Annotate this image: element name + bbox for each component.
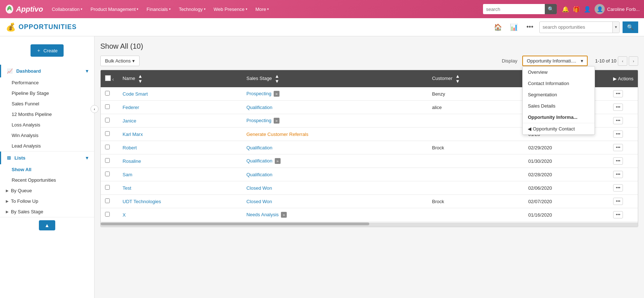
table-row: SamQualification02/28/2020••• [101,168,638,181]
user-name: Caroline Forb... [607,7,640,12]
sidebar-item-to-follow-up[interactable]: ▶ To Follow Up [0,196,94,206]
row-checkbox[interactable] [105,145,110,149]
more-options-icon[interactable]: ••• [523,21,536,34]
sidebar-toggle-button[interactable]: ‹ [90,105,98,113]
row-checkbox[interactable] [105,185,110,190]
scroll-top-button[interactable]: ▲ [39,220,56,230]
user-area[interactable]: 👤 Caroline Forb... [595,4,640,14]
display-option-segmentation[interactable]: Segmentation [523,89,595,100]
row-checkbox[interactable] [105,198,110,203]
row-name[interactable]: Federer [118,101,242,114]
sidebar-item-lead-analysis[interactable]: Lead Analysis [0,141,94,151]
row-checkbox[interactable] [105,118,110,122]
row-checkbox[interactable] [105,131,110,136]
notification-bell-icon[interactable]: 🔔 [562,6,569,13]
row-actions-button[interactable]: ••• [613,144,623,151]
stage-expand-btn[interactable]: » [274,118,279,124]
stage-expand-btn[interactable]: » [275,158,281,164]
search-opp-submit-btn[interactable]: 🔍 [623,21,638,33]
row-name[interactable]: Code Smart [118,87,242,101]
row-actions-cell: ••• [609,168,638,181]
global-search-input[interactable] [483,7,545,12]
row-actions-button[interactable]: ••• [613,171,623,178]
sidebar-item-12-months-pipeline[interactable]: 12 Months Pipeline [0,109,94,120]
select-all-checkbox[interactable] [105,75,111,81]
nav-item-web-presence[interactable]: Web Presence ▾ [211,7,250,12]
row-name[interactable]: Test [118,181,242,195]
row-name[interactable]: X [118,208,242,222]
pagination-next-button[interactable]: › [629,56,638,66]
sidebar-lists-header[interactable]: ⊞ Lists ▾ [0,152,94,164]
stage-expand-btn[interactable]: » [274,91,279,97]
sidebar-item-pipeline-by-stage[interactable]: Pipeline By Stage [0,88,94,98]
row-name[interactable]: Sam [118,168,242,181]
search-opp-dropdown-btn[interactable]: ▾ [612,21,619,33]
row-actions-button[interactable]: ••• [613,104,623,111]
row-actions-button[interactable]: ••• [613,211,623,218]
global-search-button[interactable]: 🔍 [545,4,557,14]
nav-item-technology[interactable]: Technology ▾ [176,7,209,12]
row-stage: Prospecting» [242,87,428,101]
row-checkbox[interactable] [105,172,110,176]
row-checkbox[interactable] [105,212,110,217]
search-opportunities: ▾ [539,21,620,33]
create-button[interactable]: ＋ Create [31,44,63,57]
contact-icon[interactable]: 👤 [584,6,591,13]
logo[interactable]: Apptivo [4,4,43,14]
search-opportunities-input[interactable] [540,24,612,30]
row-name[interactable]: Rosaline [118,154,242,168]
th-name[interactable]: Name ▲▼ [118,70,242,87]
sidebar-dashboard-header[interactable]: 📈 Dashboard ▾ [0,65,94,77]
home-icon[interactable]: 🏠 [491,21,504,34]
row-actions-cell: ••• [609,181,638,195]
row-actions-button[interactable]: ••• [613,184,623,192]
nav-item-financials[interactable]: Financials ▾ [144,7,174,12]
display-option-opportunity-informa[interactable]: Opportunity Informa... [523,112,595,123]
row-name[interactable]: UDT Technologies [118,195,242,208]
stage-expand-btn[interactable]: » [281,212,287,218]
gift-icon[interactable]: 🎁 [573,6,580,13]
col-prev-icon[interactable]: ‹ [112,76,114,82]
row-checkbox[interactable] [105,91,110,96]
sidebar-item-by-sales-stage[interactable]: ▶ By Sales Stage [0,206,94,217]
sidebar-item-loss-analysis[interactable]: Loss Analysis [0,120,94,130]
chart-icon[interactable]: 📊 [507,21,520,34]
display-option-sales-details[interactable]: Sales Details [523,100,595,112]
row-name[interactable]: Robert [118,141,242,154]
row-actions-button[interactable]: ••• [613,117,623,124]
row-actions-button[interactable]: ••• [613,157,623,165]
row-actions-button[interactable]: ••• [613,130,623,138]
row-actions-button[interactable]: ••• [613,198,623,205]
more-caret-icon: ▾ [267,7,269,11]
th-sales-stage[interactable]: Sales Stage ▲▼ [242,70,428,87]
display-option-contact-information[interactable]: Contact Information [523,78,595,89]
display-option-overview[interactable]: Overview [523,67,595,78]
row-checkbox[interactable] [105,158,110,163]
pagination-prev-button[interactable]: ‹ [618,56,627,66]
display-select-button[interactable]: Opportunity Informati.... ▾ [522,56,588,66]
actions-caret-icon: ▶ [613,76,618,81]
row-checkbox[interactable] [105,104,110,109]
row-actions-button[interactable]: ••• [613,90,623,97]
row-actions-cell: ••• [609,101,638,114]
sidebar-item-show-all[interactable]: Show All [0,164,94,175]
sidebar-item-sales-funnel[interactable]: Sales Funnel [0,98,94,109]
row-customer [428,154,524,168]
row-customer [428,168,524,181]
financials-caret-icon: ▾ [169,7,171,11]
bulk-actions-button[interactable]: Bulk Actions ▾ [100,56,140,66]
sidebar-item-by-queue[interactable]: ▶ By Queue [0,185,94,196]
th-customer[interactable]: Customer ▲▼ [428,70,524,87]
nav-item-collaboration[interactable]: Collaboration ▾ [49,7,85,12]
sidebar-item-win-analysis[interactable]: Win Analysis [0,130,94,141]
nav-item-more[interactable]: More ▾ [253,7,272,12]
sidebar-item-recent-opportunities[interactable]: Recent Opportunities [0,175,94,185]
horizontal-scrollbar[interactable] [101,222,638,227]
sidebar-item-performance[interactable]: Performance [0,77,94,88]
row-close-date: 02/28/2020 [524,168,609,181]
display-option-opportunity-contact[interactable]: ◀ Opportunity Contact [523,123,595,134]
row-name[interactable]: Karl Marx [118,128,242,141]
row-name[interactable]: Janice [118,114,242,128]
nav-item-product-management[interactable]: Product Management ▾ [88,7,141,12]
customer-sort-icon: ▲▼ [455,74,460,84]
